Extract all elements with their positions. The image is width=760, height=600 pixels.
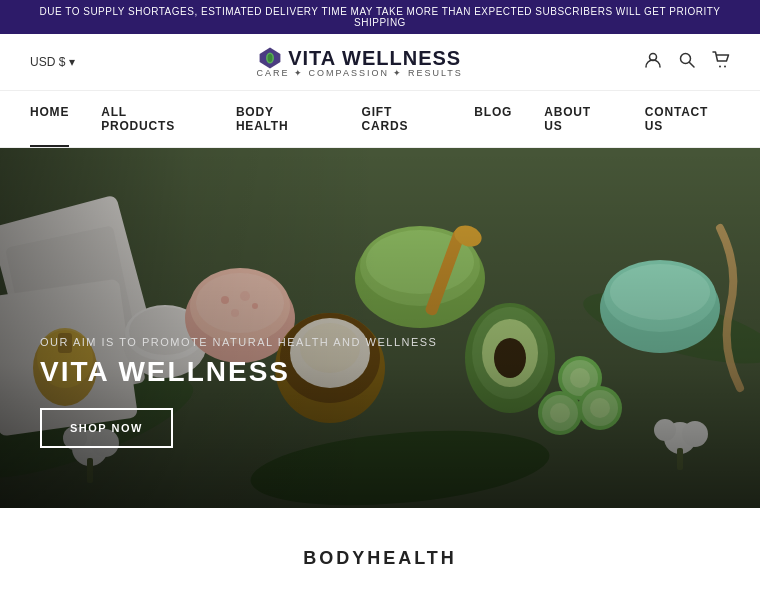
bodyhealth-section: BODYHEALTH (0, 508, 760, 589)
nav-item-contact-us[interactable]: CONTACT US (645, 91, 730, 147)
nav-item-body-health[interactable]: BODY HEALTH (236, 91, 330, 147)
nav-item-all-products[interactable]: ALL PRODUCTS (101, 91, 204, 147)
announcement-text: DUE TO SUPPLY SHORTAGES, ESTIMATED DELIV… (40, 6, 721, 28)
logo-subtitle: CARE ✦ COMPASSION ✦ RESULTS (257, 68, 463, 78)
header-icons (644, 51, 730, 74)
cart-icon[interactable] (712, 51, 730, 74)
nav-list: HOME ALL PRODUCTS BODY HEALTH GIFT CARDS… (30, 91, 730, 147)
announcement-bar: DUE TO SUPPLY SHORTAGES, ESTIMATED DELIV… (0, 0, 760, 34)
hero-title: VITA WELLNESS (40, 356, 437, 388)
currency-selector[interactable]: USD $ ▾ (30, 55, 75, 69)
hero-tagline: OUR AIM IS TO PROMOTE NATURAL HEALTH AND… (40, 336, 437, 348)
shop-now-button[interactable]: SHOP NOW (40, 408, 173, 448)
account-icon[interactable] (644, 51, 662, 74)
logo-text: VITA WELLNESS (288, 47, 461, 70)
search-icon[interactable] (678, 51, 696, 74)
svg-point-7 (719, 65, 721, 67)
main-nav: HOME ALL PRODUCTS BODY HEALTH GIFT CARDS… (0, 91, 760, 148)
hero-background-image (0, 148, 760, 508)
logo-diamond-icon (258, 46, 282, 70)
hero-section: OUR AIM IS TO PROMOTE NATURAL HEALTH AND… (0, 148, 760, 508)
hero-content: OUR AIM IS TO PROMOTE NATURAL HEALTH AND… (40, 336, 437, 448)
nav-item-home[interactable]: HOME (30, 91, 69, 147)
nav-item-blog[interactable]: BLOG (474, 91, 512, 147)
svg-rect-64 (0, 148, 380, 508)
bottom-spacer (0, 589, 760, 600)
svg-line-6 (689, 62, 694, 67)
logo[interactable]: VITA WELLNESS CARE ✦ COMPASSION ✦ RESULT… (257, 46, 463, 78)
header: USD $ ▾ VITA WELLNESS CARE ✦ COMPASSION … (0, 34, 760, 91)
svg-point-8 (724, 65, 726, 67)
bodyhealth-title: BODYHEALTH (30, 548, 730, 569)
logo-icon-group: VITA WELLNESS (258, 46, 461, 70)
nav-item-about-us[interactable]: ABOUT US (544, 91, 613, 147)
nav-item-gift-cards[interactable]: GIFT CARDS (362, 91, 443, 147)
svg-point-3 (268, 54, 273, 62)
chevron-down-icon: ▾ (69, 55, 75, 69)
currency-label: USD $ (30, 55, 65, 69)
